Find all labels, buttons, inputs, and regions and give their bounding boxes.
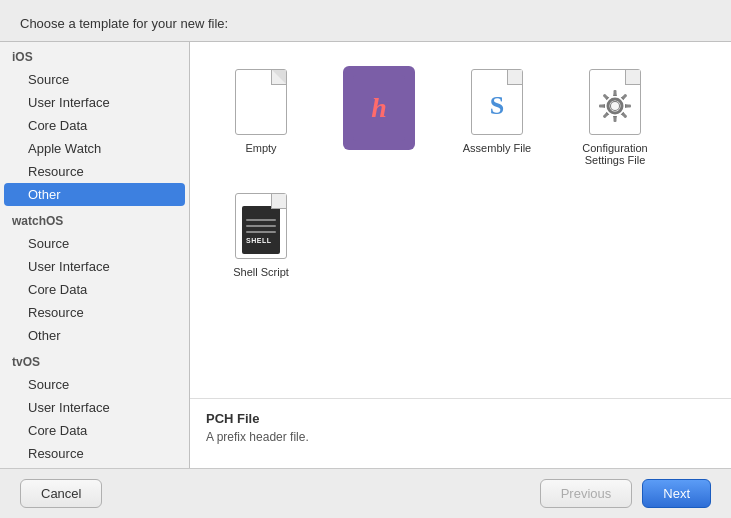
pch-selected-wrapper: h [343,66,415,150]
pch-file-icon: h [349,72,409,144]
cancel-button[interactable]: Cancel [20,479,102,508]
shell-label-text: SHELL [246,237,271,244]
sidebar-item-watchos-coredata[interactable]: Core Data [4,278,185,301]
shell-file-icon: SHELL [231,190,291,262]
file-label-shell: Shell Script [233,266,289,278]
dialog-header: Choose a template for your new file: [0,0,731,41]
sidebar-group-watchos: watchOS [0,206,189,232]
sidebar-item-ios-applewatch[interactable]: Apple Watch [4,137,185,160]
empty-icon-shape [235,69,287,135]
svg-point-2 [611,102,619,110]
empty-file-icon [231,66,291,138]
file-grid-items: Empty h PCH File S [190,42,731,398]
sidebar-group-ios: iOS [0,42,189,68]
file-item-assembly[interactable]: S Assembly File [442,58,552,174]
shell-line-2 [246,225,276,227]
shell-line-3 [246,231,276,233]
sidebar-item-ios-other[interactable]: Other [4,183,185,206]
sidebar-item-ios-source[interactable]: Source [4,68,185,91]
file-item-shell[interactable]: SHELL Shell Script [206,182,316,286]
footer: Cancel Previous Next [0,468,731,518]
sidebar-group-tvos: tvOS [0,347,189,373]
shell-icon-content: SHELL [242,206,280,254]
sidebar-item-watchos-resource[interactable]: Resource [4,301,185,324]
assembly-file-icon: S [467,66,527,138]
description-panel: PCH File A prefix header file. [190,398,731,468]
dialog-title: Choose a template for your new file: [20,16,228,31]
sidebar: iOS Source User Interface Core Data Appl… [0,42,190,468]
file-item-empty[interactable]: Empty [206,58,316,174]
sidebar-item-tvos-source[interactable]: Source [4,373,185,396]
sidebar-item-watchos-source[interactable]: Source [4,232,185,255]
file-label-empty: Empty [245,142,276,154]
sidebar-item-tvos-ui[interactable]: User Interface [4,396,185,419]
footer-nav-buttons: Previous Next [540,479,711,508]
file-label-pch: PCH File [357,154,401,166]
sidebar-item-ios-coredata[interactable]: Core Data [4,114,185,137]
svg-rect-6 [626,105,631,108]
previous-button[interactable]: Previous [540,479,633,508]
main-content: iOS Source User Interface Core Data Appl… [0,41,731,468]
shell-icon-shape: SHELL [235,193,287,259]
config-icon-shape [589,69,641,135]
sidebar-item-watchos-ui[interactable]: User Interface [4,255,185,278]
file-item-pch[interactable]: h PCH File [324,58,434,174]
sidebar-item-watchos-other[interactable]: Other [4,324,185,347]
sidebar-item-ios-ui[interactable]: User Interface [4,91,185,114]
shell-line-1 [246,219,276,221]
config-file-icon [585,66,645,138]
sidebar-item-tvos-coredata[interactable]: Core Data [4,419,185,442]
file-grid: Empty h PCH File S [190,42,731,468]
description-title: PCH File [206,411,715,426]
svg-rect-3 [614,90,617,95]
svg-rect-5 [599,105,604,108]
gear-icon [597,88,633,124]
pch-icon-shape: h [353,75,405,141]
assembly-icon-shape: S [471,69,523,135]
description-text: A prefix header file. [206,430,715,444]
pch-icon-letter: h [371,94,387,122]
assembly-icon-letter: S [490,91,504,121]
file-label-config: Configuration Settings File [582,142,647,166]
svg-rect-4 [614,117,617,122]
next-button[interactable]: Next [642,479,711,508]
sidebar-item-ios-resource[interactable]: Resource [4,160,185,183]
sidebar-item-tvos-resource[interactable]: Resource [4,442,185,465]
file-item-config[interactable]: Configuration Settings File [560,58,670,174]
file-label-assembly: Assembly File [463,142,531,154]
